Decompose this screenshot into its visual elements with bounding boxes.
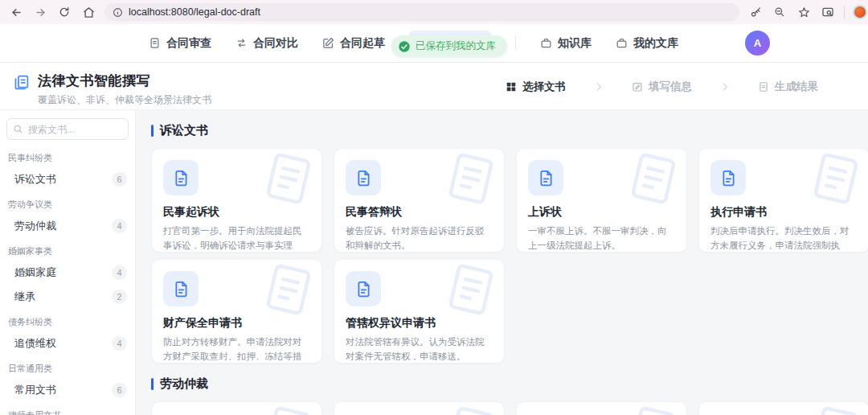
tab-contract-review[interactable]: 合同审查 (149, 36, 211, 51)
count-badge: 2 (112, 290, 127, 304)
doc-card-property-preservation[interactable]: 财产保全申请书 防止对方转移财产。申请法院对对方财产采取查封、扣押、冻结等措施。 (151, 259, 322, 364)
sidebar-item-debt-collection[interactable]: 追债维权 4 (0, 331, 135, 355)
step-label: 填写信息 (649, 80, 692, 94)
home-icon[interactable] (80, 4, 96, 20)
doc-card-partial[interactable] (516, 401, 687, 415)
count-badge: 6 (112, 172, 127, 187)
tab-knowledge-base[interactable]: 知识库 (540, 36, 592, 51)
sidebar-item-labor-arbitration[interactable]: 劳动仲裁 4 (0, 214, 135, 238)
address-bar[interactable]: localhost:8080/legal-doc-draft (104, 3, 739, 21)
tab-label: 我的文库 (633, 36, 678, 51)
item-label: 诉讼文书 (14, 172, 56, 187)
tab-contract-compare[interactable]: 合同对比 (235, 36, 298, 51)
tab-label: 合同对比 (253, 36, 298, 51)
chevron-right-icon (719, 81, 731, 92)
section-title: 劳动仲裁 (160, 376, 208, 392)
tab-label: 合同起草 (340, 36, 385, 51)
edit-icon (632, 81, 643, 92)
group-title: 债务纠纷类 (0, 309, 135, 331)
document-icon (163, 271, 199, 306)
document-watermark-icon (439, 259, 502, 322)
browser-toolbar: localhost:8080/legal-doc-draft (0, 0, 868, 24)
info-icon[interactable] (113, 7, 123, 18)
compare-icon (235, 37, 248, 49)
forward-icon[interactable] (32, 4, 48, 20)
check-circle-icon (398, 40, 411, 53)
document-icon (710, 160, 746, 195)
doc-card-enforcement-application[interactable]: 执行申请书 判决后申请执行。判决生效后，对方未履行义务，申请法院强制执行。 (698, 148, 868, 253)
url-text[interactable]: localhost:8080/legal-doc-draft (129, 6, 260, 18)
card-description: 打官司第一步。用于向法院提起民事诉讼，明确诉讼请求与事实理由。 (163, 224, 310, 253)
section-header-labor-arbitration: 劳动仲裁 (151, 376, 868, 392)
item-label: 继承 (14, 290, 35, 304)
pip-icon[interactable] (820, 4, 836, 20)
sidebar-item-marriage-family[interactable]: 婚姻家庭 4 (0, 261, 135, 285)
search-input[interactable] (6, 118, 129, 140)
section-title: 诉讼文书 (160, 123, 208, 138)
card-description: 判决后申请执行。判决生效后，对方未履行义务，申请法院强制执行。 (710, 224, 858, 253)
doc-card-appeal[interactable]: 上诉状 一审不服上诉。不服一审判决，向上一级法院提起上诉。 (516, 148, 687, 253)
item-label: 常用文书 (14, 383, 56, 397)
step-fill-info[interactable]: 填写信息 (632, 80, 692, 94)
count-badge: 4 (112, 336, 127, 351)
card-title: 管辖权异议申请书 (346, 316, 493, 331)
bookmark-star-icon[interactable] (796, 4, 812, 20)
grid-icon (506, 81, 517, 92)
profile-icon[interactable] (853, 5, 867, 19)
sidebar-item-common-docs[interactable]: 常用文书 6 (0, 378, 135, 402)
page-subtitle: 覆盖诉讼、非诉、仲裁等全场景法律文书 (38, 93, 211, 107)
zoom-out-icon[interactable] (772, 4, 788, 20)
nav-divider (515, 37, 516, 50)
category-sidebar: 民事纠纷类 诉讼文书 6 劳动争议类 劳动仲裁 4 婚姻家事类 婚姻家庭 4 继… (0, 110, 136, 415)
document-icon (346, 271, 381, 306)
count-badge: 4 (112, 265, 127, 280)
card-title: 执行申请书 (710, 205, 858, 220)
doc-card-civil-defense[interactable]: 民事答辩状 被告应诉。针对原告起诉进行反驳和辩解的文书。 (334, 148, 505, 253)
doc-card-partial[interactable] (698, 401, 868, 415)
card-title: 民事起诉状 (163, 205, 310, 220)
document-watermark-icon (256, 148, 320, 211)
library-icon (540, 37, 552, 49)
group-title: 律师专用文书 (0, 402, 135, 415)
document-watermark-icon (804, 401, 867, 415)
doc-card-partial[interactable] (334, 401, 505, 415)
document-watermark-icon (439, 401, 502, 415)
step-label: 生成结果 (775, 80, 818, 94)
section-header-litigation: 诉讼文书 (151, 123, 868, 138)
card-title: 民事答辩状 (346, 205, 493, 220)
page-title: 法律文书智能撰写 (38, 72, 211, 90)
card-description: 防止对方转移财产。申请法院对对方财产采取查封、扣押、冻结等措施。 (163, 335, 310, 364)
key-icon[interactable] (747, 4, 764, 20)
count-badge: 6 (112, 383, 127, 397)
avatar[interactable]: A (745, 31, 770, 55)
document-icon (528, 160, 563, 195)
doc-card-jurisdiction-objection[interactable]: 管辖权异议申请书 对法院管辖有异议。认为受诉法院对案件无管辖权，申请移送。 (334, 259, 505, 364)
search-icon (13, 124, 23, 134)
group-title: 劳动争议类 (0, 191, 135, 214)
card-title: 上诉状 (528, 205, 675, 220)
saved-toast: 已保存到我的文库 (391, 35, 507, 57)
sidebar-item-inheritance[interactable]: 继承 2 (0, 285, 135, 309)
card-description: 一审不服上诉。不服一审判决，向上一级法院提起上诉。 (528, 224, 675, 253)
doc-card-civil-complaint[interactable]: 民事起诉状 打官司第一步。用于向法院提起民事诉讼，明确诉讼请求与事实理由。 (151, 148, 322, 253)
document-copy-icon (13, 74, 30, 107)
step-generate-result[interactable]: 生成结果 (758, 80, 818, 94)
tab-contract-draft[interactable]: 合同起草 (322, 36, 385, 51)
document-watermark-icon (621, 401, 685, 415)
section-accent-bar (151, 125, 154, 137)
sidebar-item-litigation-docs[interactable]: 诉讼文书 6 (0, 167, 135, 191)
toolbar-separator (844, 6, 845, 18)
step-label: 选择文书 (522, 80, 566, 94)
step-select-document[interactable]: 选择文书 (506, 80, 566, 94)
section-accent-bar (151, 378, 154, 390)
card-description: 对法院管辖有异议。认为受诉法院对案件无管辖权，申请移送。 (346, 335, 493, 364)
tab-my-library[interactable]: 我的文库 (616, 36, 678, 51)
reload-icon[interactable] (56, 4, 72, 20)
chevron-right-icon (593, 81, 604, 92)
item-label: 婚姻家庭 (14, 265, 56, 280)
group-title: 民事纠纷类 (0, 145, 135, 167)
count-badge: 4 (112, 219, 127, 233)
back-icon[interactable] (8, 4, 24, 20)
document-watermark-icon (621, 148, 685, 211)
doc-card-partial[interactable] (151, 401, 322, 415)
